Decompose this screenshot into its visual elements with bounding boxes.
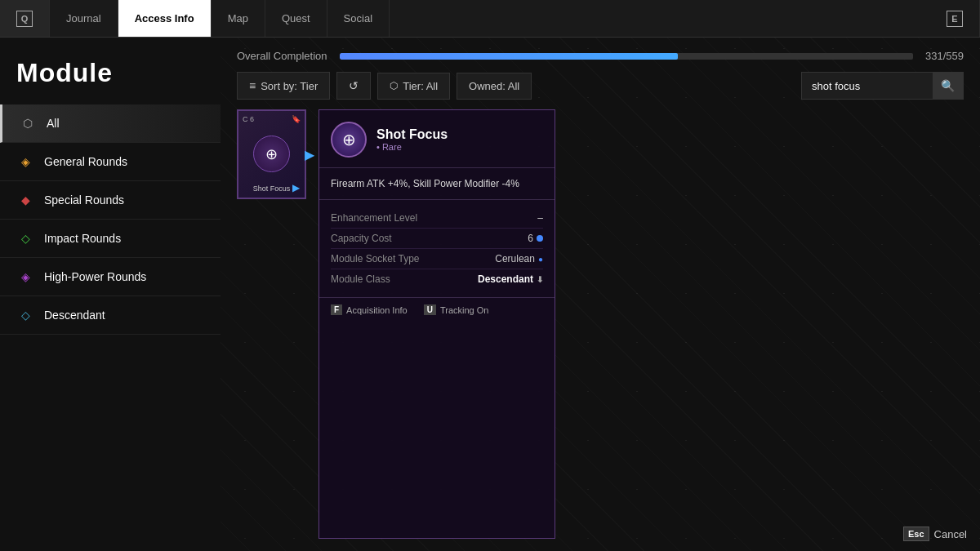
sidebar-item-special[interactable]: ◆ Special Rounds <box>0 181 220 220</box>
module-card[interactable]: C 6 🔖 ⊕ Shot Focus ▶ ▶ <box>237 109 306 199</box>
sidebar-item-impact[interactable]: ◇ Impact Rounds <box>0 220 220 258</box>
completion-label: Overall Completion <box>237 50 327 62</box>
tracking-button[interactable]: U Tracking On <box>424 304 489 315</box>
stat-enhancement-label: Enhancement Level <box>331 212 417 224</box>
tier-icon: ⬡ <box>390 80 398 91</box>
nav-journal-label: Journal <box>66 12 101 24</box>
special-icon: ◆ <box>16 191 34 209</box>
tier-filter[interactable]: ⬡ Tier: All <box>377 73 450 100</box>
sidebar-label-impact: Impact Rounds <box>44 232 121 245</box>
card-arrow-icon: ▶ <box>305 147 314 162</box>
capacity-dot-icon <box>537 235 543 242</box>
stat-class-value: Descendant ⬇ <box>478 273 543 285</box>
completion-row: Overall Completion 331/559 <box>237 50 964 62</box>
page-title: Module <box>0 46 220 104</box>
module-card-label: Shot Focus <box>253 184 291 193</box>
highpower-icon: ◈ <box>16 268 34 286</box>
module-card-level: C 6 <box>243 115 254 123</box>
search-button[interactable]: 🔍 <box>933 73 963 99</box>
e-key-badge: E <box>947 11 963 27</box>
sidebar-label-highpower: High-Power Rounds <box>44 270 146 283</box>
detail-title-area: Shot Focus • Rare <box>376 127 448 152</box>
tracking-label: Tracking On <box>440 305 489 315</box>
detail-description: Firearm ATK +4%, Skill Power Modifier -4… <box>319 168 555 200</box>
sort-button[interactable]: ≡ Sort by: Tier <box>237 72 330 100</box>
acquisition-key: F <box>331 304 342 315</box>
stat-class: Module Class Descendant ⬇ <box>331 269 543 289</box>
refresh-button[interactable]: ↺ <box>336 72 371 100</box>
detail-stats: Enhancement Level – Capacity Cost 6 Modu… <box>319 200 555 297</box>
detail-rarity: • Rare <box>376 142 448 152</box>
filter-row: ≡ Sort by: Tier ↺ ⬡ Tier: All Owned: All… <box>237 72 964 100</box>
sidebar-item-highpower[interactable]: ◈ High-Power Rounds <box>0 258 220 296</box>
nav-quest-label: Quest <box>282 12 310 24</box>
class-type-icon: ⬇ <box>537 275 543 284</box>
detail-name: Shot Focus <box>376 127 448 142</box>
sort-label: Sort by: Tier <box>261 80 318 92</box>
sidebar-label-special: Special Rounds <box>44 193 124 207</box>
descendant-icon: ◇ <box>16 306 34 324</box>
module-card-bookmark: 🔖 <box>292 115 301 123</box>
nav-social-label: Social <box>344 12 372 24</box>
module-card-icon: ⊕ <box>253 136 290 172</box>
sort-icon: ≡ <box>249 79 256 92</box>
top-navigation: Q Journal Access Info Map Quest Social E <box>0 0 980 38</box>
search-input[interactable] <box>802 73 933 99</box>
nav-q-button[interactable]: Q <box>0 0 50 37</box>
stat-class-label: Module Class <box>331 273 390 285</box>
owned-label: Owned: All <box>469 80 519 92</box>
nav-social[interactable]: Social <box>327 0 390 37</box>
tier-label: Tier: All <box>403 80 438 92</box>
socket-type-icon: ● <box>538 255 543 264</box>
esc-key-badge: Esc <box>903 527 929 541</box>
module-icon-symbol: ⊕ <box>265 145 278 163</box>
stat-capacity-label: Capacity Cost <box>331 233 392 244</box>
tracking-key: U <box>424 304 436 315</box>
impact-icon: ◇ <box>16 229 34 247</box>
nav-quest[interactable]: Quest <box>265 0 327 37</box>
progress-bar <box>340 53 913 60</box>
sidebar-label-all: All <box>47 117 60 130</box>
search-container: 🔍 <box>801 72 964 100</box>
main-content: Module ⬡ All ◈ General Rounds ◆ Special … <box>0 38 980 551</box>
owned-filter[interactable]: Owned: All <box>457 73 532 100</box>
stat-capacity: Capacity Cost 6 <box>331 229 543 249</box>
all-icon: ⬡ <box>19 114 37 132</box>
sidebar-item-all[interactable]: ⬡ All <box>0 104 220 143</box>
sidebar-label-descendant: Descendant <box>44 309 105 322</box>
acquisition-label: Acquisition Info <box>346 305 408 315</box>
stat-enhancement-value: – <box>537 212 543 224</box>
module-area: C 6 🔖 ⊕ Shot Focus ▶ ▶ ⊕ <box>237 109 964 539</box>
acquisition-info-button[interactable]: F Acquisition Info <box>331 304 408 315</box>
detail-icon-symbol: ⊕ <box>342 130 356 149</box>
detail-panel: ⊕ Shot Focus • Rare Firearm ATK +4%, Ski… <box>318 109 555 539</box>
detail-footer: F Acquisition Info U Tracking On <box>319 297 555 322</box>
module-card-top: C 6 🔖 <box>243 115 301 123</box>
nav-access-info[interactable]: Access Info <box>118 0 212 37</box>
completion-count: 331/559 <box>925 50 964 62</box>
cancel-label: Cancel <box>934 528 967 540</box>
stat-enhancement: Enhancement Level – <box>331 208 543 229</box>
stat-capacity-value: 6 <box>528 233 543 244</box>
right-panel: Overall Completion 331/559 ≡ Sort by: Ti… <box>220 38 980 551</box>
nav-access-info-label: Access Info <box>135 12 194 24</box>
module-card-play-icon: ▶ <box>292 182 300 193</box>
sidebar-item-general[interactable]: ◈ General Rounds <box>0 143 220 181</box>
nav-journal[interactable]: Journal <box>50 0 118 37</box>
detail-module-icon: ⊕ <box>331 122 367 158</box>
nav-e-button[interactable]: E <box>930 0 980 37</box>
sidebar: Module ⬡ All ◈ General Rounds ◆ Special … <box>0 38 220 551</box>
general-icon: ◈ <box>16 153 34 171</box>
cancel-area: Esc Cancel <box>903 527 967 541</box>
sidebar-label-general: General Rounds <box>44 155 127 168</box>
nav-map-label: Map <box>228 12 248 24</box>
nav-map[interactable]: Map <box>212 0 265 37</box>
detail-header: ⊕ Shot Focus • Rare <box>319 110 555 168</box>
stat-socket: Module Socket Type Cerulean ● <box>331 249 543 269</box>
refresh-icon: ↺ <box>349 79 359 92</box>
progress-bar-fill <box>340 53 678 60</box>
q-key-badge: Q <box>16 11 33 27</box>
stat-socket-value: Cerulean ● <box>495 253 543 264</box>
sidebar-item-descendant[interactable]: ◇ Descendant <box>0 296 220 335</box>
stat-socket-label: Module Socket Type <box>331 253 420 264</box>
